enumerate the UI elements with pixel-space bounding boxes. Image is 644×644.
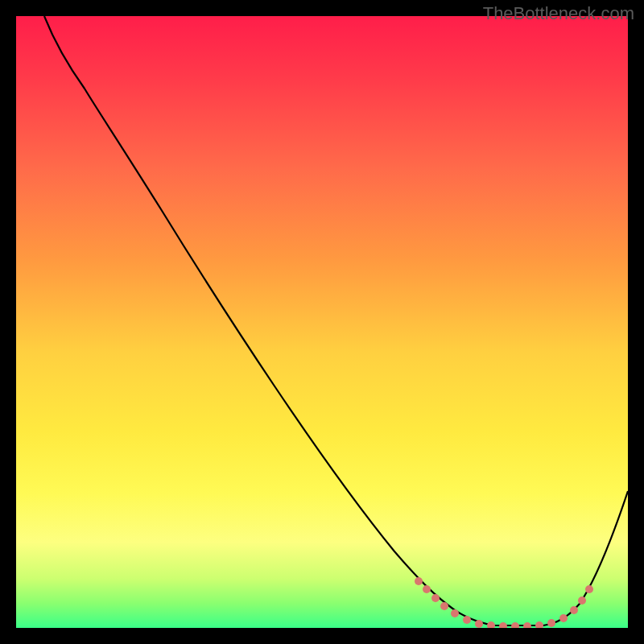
svg-point-15	[578, 597, 586, 605]
svg-point-4	[451, 609, 459, 617]
svg-point-16	[585, 585, 593, 593]
svg-point-3	[440, 602, 448, 610]
svg-point-13	[559, 614, 568, 622]
svg-point-0	[415, 577, 423, 585]
svg-point-11	[535, 621, 543, 628]
optimal-zone-markers	[415, 577, 593, 628]
svg-point-10	[523, 622, 531, 628]
svg-point-14	[570, 606, 578, 614]
bottleneck-chart	[16, 16, 628, 628]
bottleneck-curve-line	[44, 16, 628, 625]
svg-point-2	[431, 594, 440, 602]
svg-point-1	[423, 585, 431, 593]
svg-point-7	[487, 621, 495, 628]
svg-point-9	[511, 622, 519, 628]
svg-point-8	[499, 622, 507, 628]
svg-point-6	[475, 620, 483, 628]
svg-point-5	[463, 616, 471, 624]
watermark-text: TheBottleneck.com	[483, 3, 634, 24]
svg-point-12	[547, 619, 555, 627]
